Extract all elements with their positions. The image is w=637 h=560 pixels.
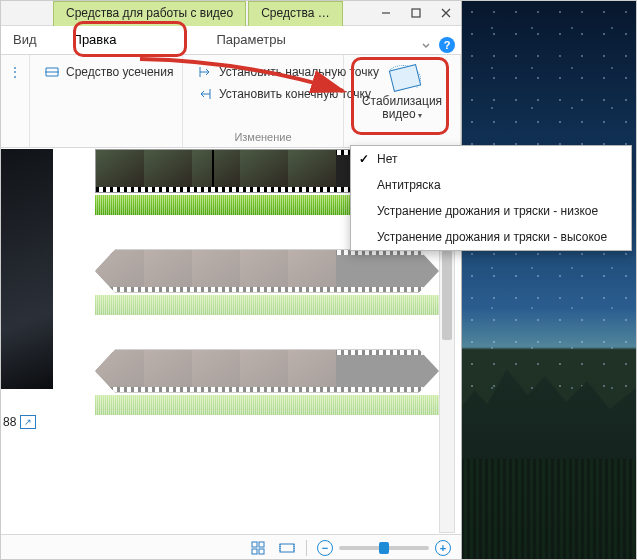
check-icon: ✓ — [351, 152, 377, 166]
left-gutter: 88 ↗ — [1, 149, 53, 533]
menu-item-label: Антитряска — [377, 178, 631, 192]
ribbon-left-overflow[interactable]: ⋮ — [5, 61, 25, 83]
video-stabilization-label: Стабилизация видео — [362, 94, 442, 121]
view-filmstrip-icon[interactable] — [278, 540, 296, 556]
close-button[interactable] — [431, 1, 461, 25]
zoom-track[interactable] — [339, 546, 429, 550]
menu-item-label: Устранение дрожания и тряски - высокое — [377, 230, 631, 244]
svg-rect-4 — [259, 549, 264, 554]
svg-rect-1 — [252, 542, 257, 547]
minimize-button[interactable] — [371, 1, 401, 25]
playhead[interactable] — [212, 150, 214, 192]
context-tab-video-tools[interactable]: Средства для работы с видео — [53, 1, 246, 26]
menu-item-label: Устранение дрожания и тряски - низкое — [377, 204, 631, 218]
view-thumbnails-icon[interactable] — [250, 540, 268, 556]
screenshot-stage: Средства для работы с видео Средства … В… — [0, 0, 637, 560]
audio-waveform-3 — [95, 395, 439, 415]
scroll-thumb[interactable] — [442, 250, 452, 340]
zoom-knob[interactable] — [379, 542, 389, 554]
help-button[interactable]: ? — [439, 37, 455, 53]
trim-icon — [44, 64, 60, 80]
context-tab-strip: Средства для работы с видео Средства … — [1, 1, 461, 26]
tab-view[interactable]: Вид — [7, 26, 43, 54]
ribbon-group-label-edit: Изменение — [193, 128, 333, 145]
timeline-track-2[interactable] — [95, 249, 439, 315]
expand-preview-icon[interactable]: ↗ — [20, 415, 36, 429]
menu-item-label: Нет — [377, 152, 631, 166]
menu-item-none[interactable]: ✓ Нет — [351, 146, 631, 172]
maximize-button[interactable] — [401, 1, 431, 25]
dropdown-caret-icon: ▾ — [418, 111, 422, 120]
timeline-track-3[interactable] — [95, 349, 439, 415]
timestamp-display: 88 — [3, 415, 16, 429]
dots-icon: ⋮ — [9, 64, 21, 80]
ribbon-collapse-chevron-icon[interactable] — [417, 36, 435, 54]
tab-edit[interactable]: Правка — [67, 26, 123, 54]
tab-options[interactable]: Параметры — [210, 26, 291, 54]
status-bar: − + — [1, 534, 461, 560]
zoom-out-button[interactable]: − — [317, 540, 333, 556]
callout-arrow-icon — [135, 51, 355, 111]
svg-rect-2 — [259, 542, 264, 547]
window-controls — [371, 1, 461, 25]
menu-item-wobble-low[interactable]: Устранение дрожания и тряски - низкое — [351, 198, 631, 224]
zoom-in-button[interactable]: + — [435, 540, 451, 556]
context-tab-tools-2[interactable]: Средства … — [248, 1, 343, 26]
svg-rect-3 — [252, 549, 257, 554]
menu-item-wobble-high[interactable]: Устранение дрожания и тряски - высокое — [351, 224, 631, 250]
stabilization-icon — [385, 65, 419, 93]
video-stabilization-button[interactable]: Стабилизация видео▾ — [360, 61, 444, 143]
svg-rect-0 — [412, 9, 420, 17]
audio-waveform-2 — [95, 295, 439, 315]
stabilization-menu[interactable]: ✓ Нет Антитряска Устранение дрожания и т… — [350, 145, 632, 251]
zoom-slider[interactable]: − + — [317, 540, 451, 556]
menu-item-antishake[interactable]: Антитряска — [351, 172, 631, 198]
svg-rect-5 — [280, 544, 294, 552]
desktop-wallpaper — [461, 1, 636, 559]
